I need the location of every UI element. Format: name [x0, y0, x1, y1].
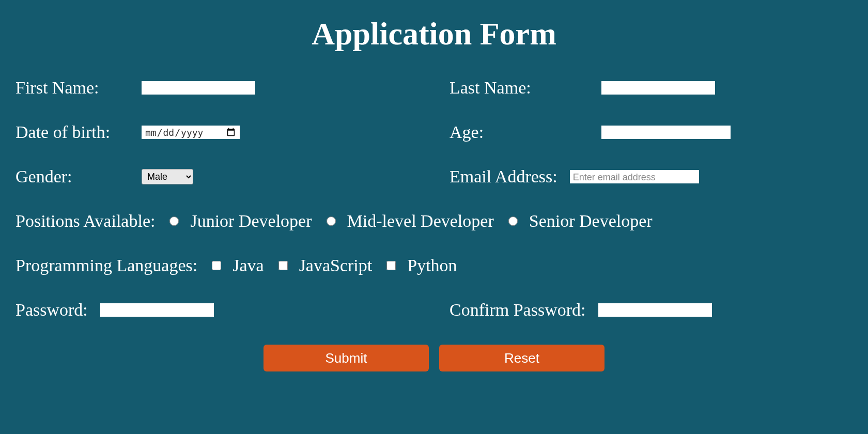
positions-label: Positions Available: — [16, 211, 155, 231]
first-name-cell: First Name: — [16, 78, 419, 98]
dob-input[interactable] — [142, 126, 240, 139]
password-input[interactable] — [100, 303, 214, 317]
last-name-label: Last Name: — [450, 78, 589, 98]
position-radio-senior[interactable] — [508, 216, 518, 226]
language-checkbox-java[interactable] — [212, 261, 221, 270]
confirm-password-label: Confirm Password: — [450, 300, 586, 320]
last-name-cell: Last Name: — [450, 78, 853, 98]
age-cell: Age: — [450, 122, 853, 142]
position-option-senior: Senior Developer — [529, 211, 653, 231]
first-name-input[interactable] — [142, 81, 255, 95]
position-option-mid: Mid-level Developer — [347, 211, 494, 231]
age-label: Age: — [450, 122, 589, 142]
button-row: Submit Reset — [16, 345, 853, 371]
password-cell: Password: — [16, 300, 419, 320]
email-cell: Email Address: — [450, 167, 853, 187]
gender-select[interactable]: Male — [142, 169, 193, 184]
languages-label: Programming Languages: — [16, 256, 197, 275]
reset-button[interactable]: Reset — [439, 345, 605, 371]
password-label: Password: — [16, 300, 88, 320]
dob-cell: Date of birth: — [16, 122, 419, 142]
language-option-java: Java — [233, 256, 264, 275]
positions-row: Positions Available: Junior Developer Mi… — [16, 211, 853, 231]
gender-cell: Gender: Male — [16, 167, 419, 187]
dob-label: Date of birth: — [16, 122, 129, 142]
languages-row: Programming Languages: Java JavaScript P… — [16, 256, 853, 275]
position-radio-mid[interactable] — [327, 216, 336, 226]
language-checkbox-python[interactable] — [386, 261, 396, 270]
gender-label: Gender: — [16, 167, 129, 187]
position-radio-junior[interactable] — [169, 216, 179, 226]
language-option-javascript: JavaScript — [299, 256, 373, 275]
position-option-junior: Junior Developer — [190, 211, 312, 231]
confirm-password-input[interactable] — [598, 303, 712, 317]
confirm-password-cell: Confirm Password: — [450, 300, 853, 320]
first-name-label: First Name: — [16, 78, 129, 98]
age-input[interactable] — [601, 126, 731, 139]
language-checkbox-javascript[interactable] — [278, 261, 288, 270]
page-title: Application Form — [16, 16, 853, 52]
last-name-input[interactable] — [601, 81, 715, 95]
email-label: Email Address: — [450, 167, 557, 187]
submit-button[interactable]: Submit — [264, 345, 429, 371]
language-option-python: Python — [407, 256, 457, 275]
email-input[interactable] — [570, 170, 699, 183]
